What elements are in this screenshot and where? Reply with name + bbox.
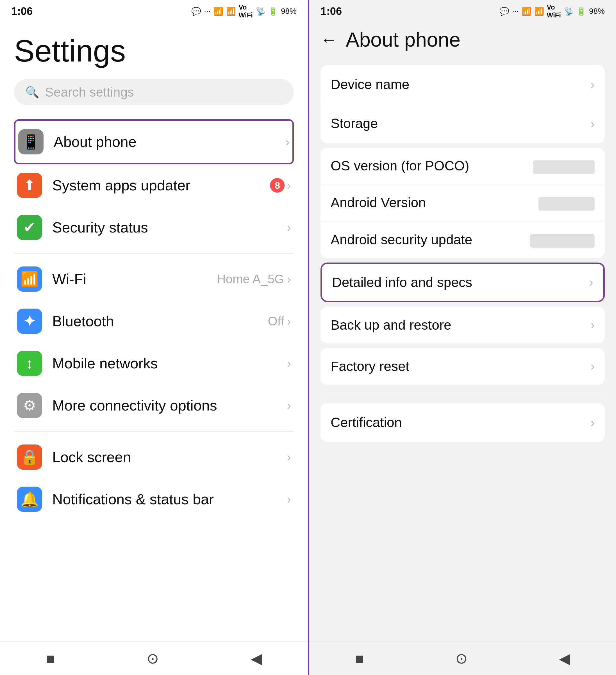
back-button[interactable]: ← bbox=[321, 30, 337, 50]
time-right: 1:06 bbox=[321, 5, 342, 17]
backup-restore-label: Back up and restore bbox=[331, 317, 591, 333]
card-device-storage: Device name › Storage › bbox=[321, 65, 605, 143]
settings-item-lock-screen[interactable]: 🔒 Lock screen › bbox=[14, 436, 294, 478]
left-content: Settings 🔍 Search settings 📱 About phone… bbox=[0, 22, 308, 641]
nav-circle-left[interactable]: ⊙ bbox=[135, 647, 170, 670]
notifications-chevron: › bbox=[287, 492, 291, 506]
nav-bar-left: ■ ⊙ ◀ bbox=[0, 641, 308, 675]
os-version-item[interactable]: OS version (for POCO) bbox=[321, 148, 605, 184]
lock-screen-label: Lock screen bbox=[52, 449, 287, 465]
os-version-label: OS version (for POCO) bbox=[331, 157, 533, 175]
settings-item-wifi[interactable]: 📶 Wi-Fi Home A_5G › bbox=[14, 258, 294, 300]
time-left: 1:06 bbox=[11, 5, 32, 17]
wifi-chevron: › bbox=[287, 272, 291, 286]
factory-reset-label: Factory reset bbox=[331, 359, 591, 374]
bluetooth-value: Off bbox=[268, 314, 284, 328]
certification-label: Certification bbox=[331, 414, 591, 431]
status-icons-right: 💬 ··· 📶 📶 VoWiFi 📡 🔋 98% bbox=[499, 3, 605, 19]
android-security-value bbox=[530, 234, 595, 248]
settings-item-more-connectivity[interactable]: ⚙ More connectivity options › bbox=[14, 384, 294, 427]
page-title: Settings bbox=[14, 34, 294, 68]
nav-back-right[interactable]: ◀ bbox=[548, 647, 581, 670]
settings-item-mobile-networks[interactable]: ↕ Mobile networks › bbox=[14, 342, 294, 384]
android-version-item[interactable]: Android Version bbox=[321, 184, 605, 221]
detailed-info-item[interactable]: Detailed info and specs › bbox=[321, 262, 605, 302]
system-apps-badge: 8 bbox=[270, 178, 284, 193]
divider-2 bbox=[14, 431, 294, 432]
about-phone-chevron: › bbox=[285, 135, 290, 149]
about-phone-label: About phone bbox=[54, 133, 285, 150]
system-apps-label: System apps updater bbox=[52, 177, 270, 194]
dots-icon-right: ··· bbox=[512, 7, 519, 16]
backup-restore-chevron: › bbox=[591, 318, 595, 332]
search-placeholder: Search settings bbox=[45, 84, 134, 100]
certification-item[interactable]: Certification › bbox=[321, 403, 605, 442]
system-apps-chevron: › bbox=[287, 178, 291, 192]
more-connectivity-chevron: › bbox=[287, 398, 291, 412]
battery-text-right: 98% bbox=[589, 7, 605, 16]
more-connectivity-label: More connectivity options bbox=[52, 397, 287, 414]
wifi-label: Wi-Fi bbox=[52, 271, 217, 288]
vowifi-icon-right: VoWiFi bbox=[547, 3, 561, 19]
whatsapp-icon: 💬 bbox=[191, 7, 201, 16]
factory-reset-chevron: › bbox=[591, 359, 595, 373]
settings-item-bluetooth[interactable]: ✦ Bluetooth Off › bbox=[14, 300, 294, 342]
nav-back-left[interactable]: ◀ bbox=[239, 647, 273, 670]
more-connectivity-icon: ⚙ bbox=[17, 393, 42, 418]
about-phone-icon: 📱 bbox=[18, 129, 44, 154]
security-icon: ✔ bbox=[17, 215, 42, 240]
wifi-icon: 📡 bbox=[256, 7, 265, 16]
dots-icon: ··· bbox=[204, 7, 210, 16]
settings-item-about-phone[interactable]: 📱 About phone › bbox=[14, 119, 294, 164]
nav-bar-right: ■ ⊙ ◀ bbox=[309, 641, 616, 675]
settings-item-notifications[interactable]: 🔔 Notifications & status bar › bbox=[14, 478, 294, 520]
storage-item[interactable]: Storage › bbox=[321, 104, 605, 143]
security-label: Security status bbox=[52, 219, 287, 236]
detailed-info-chevron: › bbox=[589, 275, 593, 289]
nav-circle-right[interactable]: ⊙ bbox=[444, 647, 479, 670]
notifications-icon: 🔔 bbox=[17, 486, 42, 512]
search-bar[interactable]: 🔍 Search settings bbox=[14, 79, 294, 105]
factory-reset-item[interactable]: Factory reset › bbox=[321, 348, 605, 385]
vowifi-icon: VoWiFi bbox=[239, 3, 253, 19]
status-bar-left: 1:06 💬 ··· 📶 📶 VoWiFi 📡 🔋 98% bbox=[0, 0, 308, 22]
nav-square-right[interactable]: ■ bbox=[344, 647, 375, 670]
search-icon: 🔍 bbox=[25, 86, 39, 99]
wifi-value: Home A_5G bbox=[217, 272, 284, 286]
storage-chevron: › bbox=[591, 117, 595, 131]
bluetooth-icon: ✦ bbox=[17, 309, 42, 334]
wifi-item-icon: 📶 bbox=[17, 267, 42, 292]
bluetooth-chevron: › bbox=[287, 314, 291, 328]
right-content: Device name › Storage › OS version (for … bbox=[309, 60, 616, 641]
bluetooth-label: Bluetooth bbox=[52, 313, 268, 330]
signal-icon-right: 📶 bbox=[522, 7, 532, 16]
detailed-info-label: Detailed info and specs bbox=[332, 275, 589, 290]
divider-right-1 bbox=[321, 394, 605, 394]
security-chevron: › bbox=[287, 220, 291, 234]
settings-list: 📱 About phone › ⬆ System apps updater 8 … bbox=[14, 119, 294, 520]
settings-item-security[interactable]: ✔ Security status › bbox=[14, 206, 294, 248]
signal2-icon-right: 📶 bbox=[534, 7, 544, 16]
device-name-label: Device name bbox=[331, 76, 591, 93]
android-security-label: Android security update bbox=[331, 231, 530, 248]
left-panel: 1:06 💬 ··· 📶 📶 VoWiFi 📡 🔋 98% Settings 🔍… bbox=[0, 0, 308, 675]
system-apps-icon: ⬆ bbox=[17, 173, 42, 198]
android-security-item[interactable]: Android security update bbox=[321, 222, 605, 258]
notifications-label: Notifications & status bar bbox=[52, 491, 287, 508]
lock-screen-chevron: › bbox=[287, 450, 291, 464]
card-certification: Certification › bbox=[321, 403, 605, 442]
nav-square-left[interactable]: ■ bbox=[35, 647, 66, 670]
mobile-networks-label: Mobile networks bbox=[52, 355, 287, 372]
wifi-icon-right: 📡 bbox=[564, 7, 573, 16]
settings-item-system-apps[interactable]: ⬆ System apps updater 8 › bbox=[14, 164, 294, 206]
divider-1 bbox=[14, 253, 294, 253]
battery-text-left: 98% bbox=[281, 7, 297, 16]
right-header: ← About phone bbox=[309, 22, 616, 60]
os-version-value bbox=[533, 160, 595, 174]
storage-label: Storage bbox=[331, 115, 591, 132]
device-name-item[interactable]: Device name › bbox=[321, 65, 605, 104]
mobile-networks-chevron: › bbox=[287, 356, 291, 370]
card-os-info: OS version (for POCO) Android Version An… bbox=[321, 148, 605, 258]
whatsapp-icon-right: 💬 bbox=[499, 7, 509, 16]
backup-restore-item[interactable]: Back up and restore › bbox=[321, 307, 605, 344]
